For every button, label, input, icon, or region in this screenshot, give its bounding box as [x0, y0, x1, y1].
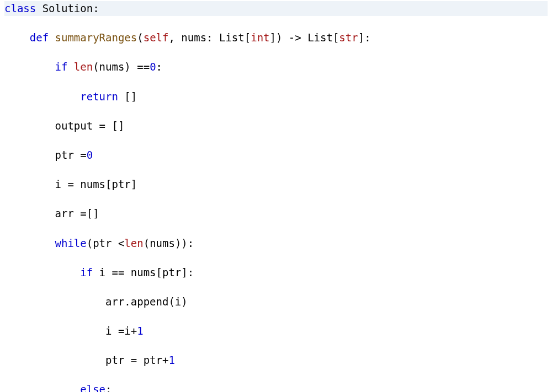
code-token: : — [156, 61, 162, 73]
code-token — [4, 31, 30, 44]
code-token: 1 — [137, 325, 143, 337]
code-token: , nums: List[ — [168, 31, 251, 44]
code-token — [4, 90, 80, 103]
code-token: def — [30, 31, 55, 44]
code-block: class Solution: def summaryRanges(self, … — [0, 0, 552, 392]
code-token: (nums)): — [144, 237, 194, 249]
code-token: arr =[] — [4, 207, 99, 219]
code-token: i =i+ — [4, 325, 137, 337]
code-token: summaryRanges — [55, 31, 137, 44]
code-token: class — [4, 2, 43, 14]
code-line: arr =[] — [4, 206, 548, 221]
code-token: i == nums[ptr]: — [99, 266, 194, 278]
code-token: else — [80, 383, 105, 392]
code-token — [4, 266, 80, 278]
code-line: return [] — [4, 89, 548, 104]
code-line: class Solution: — [4, 1, 548, 16]
code-token: len — [74, 61, 93, 73]
code-token: len — [124, 237, 143, 249]
code-token: 1 — [168, 354, 174, 366]
code-token: str — [339, 31, 358, 44]
code-token: : — [105, 383, 112, 392]
code-token: i = nums[ptr] — [4, 178, 137, 190]
code-line: arr.append(i) — [4, 294, 548, 309]
code-token — [4, 383, 80, 392]
code-token: while — [55, 237, 87, 249]
code-token — [4, 61, 55, 73]
code-token: ptr = — [4, 149, 87, 161]
code-token: 0 — [150, 61, 156, 73]
code-token: output = [] — [4, 120, 124, 132]
code-token: 0 — [87, 149, 93, 161]
code-token — [4, 237, 55, 249]
code-token: ]) -> List[ — [270, 31, 339, 44]
code-token: return — [80, 90, 124, 103]
code-line: i = nums[ptr] — [4, 177, 548, 192]
code-line: ptr =0 — [4, 148, 548, 163]
code-token: ( — [137, 31, 143, 44]
code-line: i =i+1 — [4, 324, 548, 339]
code-token: (ptr < — [87, 237, 125, 249]
code-line: if len(nums) ==0: — [4, 60, 548, 74]
code-token: Solution: — [43, 2, 99, 14]
code-line: output = [] — [4, 119, 548, 133]
code-token: int — [251, 31, 269, 44]
code-line: while(ptr <len(nums)): — [4, 236, 548, 251]
code-token: ]: — [358, 31, 371, 44]
code-token: (nums) == — [93, 61, 150, 73]
code-token: [] — [124, 90, 137, 103]
code-token: arr.append(i) — [4, 296, 188, 308]
code-token: if — [80, 266, 99, 278]
code-line: else: — [4, 382, 548, 392]
code-line: ptr = ptr+1 — [4, 353, 548, 368]
code-line: def summaryRanges(self, nums: List[int])… — [4, 30, 548, 45]
code-line: if i == nums[ptr]: — [4, 265, 548, 280]
code-token: if — [55, 61, 74, 73]
code-token: self — [144, 31, 169, 44]
code-token: ptr = ptr+ — [4, 354, 168, 366]
